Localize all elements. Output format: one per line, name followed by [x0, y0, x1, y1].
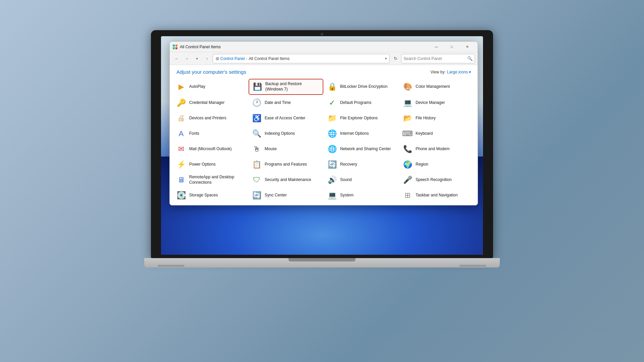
item-system[interactable]: 💻System [324, 188, 399, 203]
icon-remoteapp: 🖥 [176, 175, 186, 185]
item-recovery[interactable]: 🔄Recovery [324, 157, 399, 172]
item-security[interactable]: 🛡Security and Maintenance [249, 173, 323, 187]
icon-system: 💻 [327, 190, 337, 201]
icon-mail: ✉ [176, 144, 186, 155]
window-icon [172, 44, 178, 50]
search-input[interactable] [404, 56, 466, 61]
item-datetime[interactable]: 🕐Date and Time [249, 96, 323, 110]
label-system: System [340, 193, 354, 198]
address-dropdown-icon[interactable]: ▾ [385, 57, 387, 60]
item-filehist[interactable]: 📂File History [399, 111, 474, 126]
item-color[interactable]: 🎨Color Management [399, 79, 474, 95]
label-recovery: Recovery [340, 162, 357, 167]
item-internet[interactable]: 🌐Internet Options [324, 126, 399, 141]
main-content: Adjust your computer's settings View by:… [170, 65, 478, 205]
item-mail[interactable]: ✉Mail (Microsoft Outlook) [173, 142, 248, 157]
icon-phone: 📞 [402, 144, 413, 155]
close-button[interactable]: ✕ [460, 42, 475, 52]
svg-rect-0 [173, 45, 175, 47]
item-region[interactable]: 🌍Region [399, 157, 474, 172]
icon-power: ⚡ [176, 159, 186, 170]
label-default: Default Programs [340, 100, 371, 106]
label-storage: Storage Spaces [189, 193, 218, 198]
items-grid: ▶AutoPlay💾Backup and Restore (Windows 7)… [170, 77, 478, 205]
svg-rect-1 [175, 45, 177, 47]
item-windefender[interactable]: 🛡Windows Defender [173, 203, 248, 205]
item-indexing[interactable]: 🔍Indexing Options [249, 126, 323, 141]
laptop-foot-left [158, 265, 184, 267]
content-header: Adjust your computer's settings View by:… [170, 65, 478, 77]
icon-credential: 🔑 [176, 98, 186, 108]
item-fonts[interactable]: AFonts [173, 126, 248, 141]
back-button[interactable]: ← [172, 54, 181, 63]
item-mouse[interactable]: 🖱Mouse [249, 142, 323, 157]
item-phone[interactable]: 📞Phone and Modem [399, 142, 474, 157]
up-button[interactable]: ↑ [203, 54, 211, 63]
item-storage[interactable]: 💽Storage Spaces [173, 188, 248, 203]
camera-icon [321, 33, 323, 36]
icon-mouse: 🖱 [251, 144, 262, 155]
label-autoplay: AutoPlay [189, 84, 205, 89]
icon-taskbar: ⊞ [402, 190, 413, 201]
item-autoplay[interactable]: ▶AutoPlay [173, 79, 248, 95]
address-box[interactable]: ⊞ Control Panel › All Control Panel Item… [213, 54, 390, 63]
label-network: Network and Sharing Center [340, 146, 391, 152]
item-network[interactable]: 🌐Network and Sharing Center [324, 142, 399, 157]
label-remoteapp: RemoteApp and Desktop Connections [189, 175, 245, 185]
item-remoteapp[interactable]: 🖥RemoteApp and Desktop Connections [173, 173, 248, 187]
label-color: Color Management [416, 84, 450, 89]
icon-sync: 🔄 [251, 190, 262, 201]
laptop-foot-right [460, 265, 486, 267]
page-title: Adjust your computer's settings [176, 69, 246, 75]
icon-fileexp: 📁 [327, 113, 337, 124]
icon-datetime: 🕐 [251, 98, 262, 108]
icon-speech: 🎤 [402, 175, 413, 185]
item-power[interactable]: ⚡Power Options [173, 157, 248, 172]
icon-programs: 📋 [251, 159, 262, 170]
view-by-value[interactable]: Large icons ▾ [447, 70, 471, 74]
icon-color: 🎨 [402, 81, 413, 92]
icon-fonts: A [176, 128, 186, 139]
item-sync[interactable]: 🔄Sync Center [249, 188, 323, 203]
item-fileexp[interactable]: 📁File Explorer Options [324, 111, 399, 126]
minimize-button[interactable]: — [429, 42, 444, 52]
icon-internet: 🌐 [327, 128, 337, 139]
breadcrumb-control-panel[interactable]: Control Panel [220, 56, 245, 61]
label-indexing: Indexing Options [265, 131, 295, 136]
screen-bezel: All Control Panel Items — □ ✕ ← → ▾ ↑ ⊞ [151, 30, 493, 258]
label-datetime: Date and Time [265, 100, 291, 106]
item-bitlocker[interactable]: 🔒BitLocker Drive Encryption [324, 79, 399, 95]
label-devicemgr: Device Manager [416, 100, 445, 106]
icon-devicemgr: 💻 [402, 98, 413, 108]
item-default[interactable]: ✓Default Programs [324, 96, 399, 110]
label-keyboard: Keyboard [416, 131, 433, 136]
search-box[interactable]: 🔍 [401, 54, 475, 63]
maximize-button[interactable]: □ [444, 42, 460, 52]
label-region: Region [416, 162, 428, 167]
item-speech[interactable]: 🎤Speech Recognition [399, 173, 474, 187]
item-ease[interactable]: ♿Ease of Access Center [249, 111, 323, 126]
item-taskbar[interactable]: ⊞Taskbar and Navigation [399, 188, 474, 203]
label-mail: Mail (Microsoft Outlook) [189, 146, 232, 152]
item-devices[interactable]: 🖨Devices and Printers [173, 111, 248, 126]
titlebar: All Control Panel Items — □ ✕ [170, 42, 478, 52]
forward-button[interactable]: → [182, 54, 191, 63]
icon-network: 🌐 [327, 144, 337, 155]
item-keyboard[interactable]: ⌨Keyboard [399, 126, 474, 141]
label-mouse: Mouse [265, 146, 277, 152]
item-devicemgr[interactable]: 💻Device Manager [399, 96, 474, 110]
label-sync: Sync Center [265, 193, 287, 198]
icon-indexing: 🔍 [251, 128, 262, 139]
laptop-base [144, 258, 500, 267]
item-programs[interactable]: 📋Programs and Features [249, 157, 323, 172]
icon-sound: 🔊 [327, 175, 337, 185]
item-sound[interactable]: 🔊Sound [324, 173, 399, 187]
recent-locations-button[interactable]: ▾ [193, 54, 201, 63]
item-backup[interactable]: 💾Backup and Restore (Windows 7) [249, 79, 323, 95]
label-sound: Sound [340, 177, 352, 183]
item-credential[interactable]: 🔑Credential Manager [173, 96, 248, 110]
icon-devices: 🖨 [176, 113, 186, 124]
refresh-button[interactable]: ↻ [391, 54, 400, 63]
path-icon: ⊞ [216, 56, 219, 61]
view-by-control: View by: Large icons ▾ [430, 70, 471, 74]
